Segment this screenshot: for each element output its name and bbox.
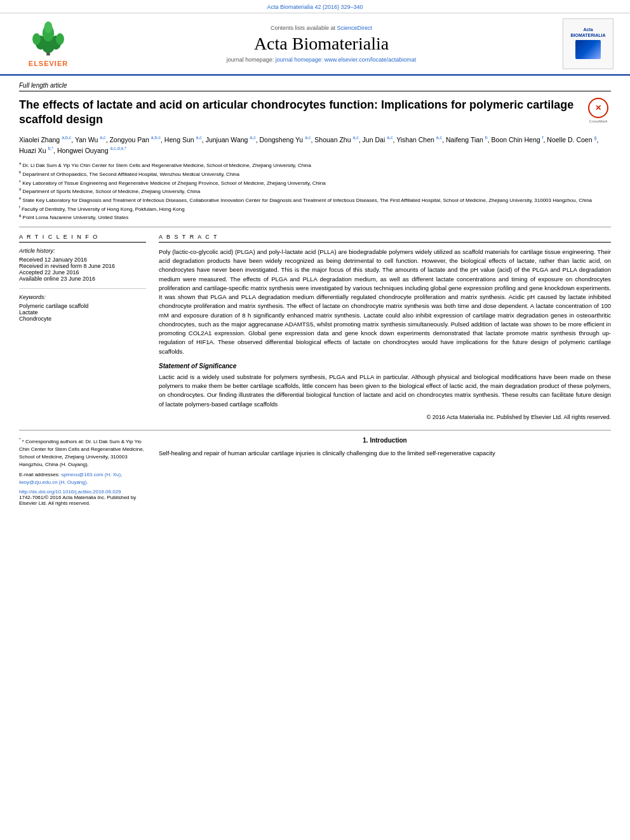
journal-logo-right: Acta BIOMATERIALIA: [556, 18, 620, 69]
article-type: Full length article: [19, 82, 611, 91]
keywords-title: Keywords:: [19, 294, 146, 300]
corresponding-note: * * Corresponding authors at: Dr. Li Dak…: [19, 437, 146, 469]
two-column-section: A R T I C L E I N F O Article history: R…: [19, 234, 611, 420]
keyword-2: Lactate: [19, 309, 146, 316]
crossmark-icon: ✕: [588, 98, 608, 118]
significance-text: Lactic acid is a widely used substrate f…: [159, 373, 611, 409]
affiliation-b: b Department of Orthopaedics, The Second…: [19, 170, 611, 178]
affiliation-d: d Department of Sports Medicine, School …: [19, 187, 611, 196]
affiliation-c: c Key Laboratory of Tissue Engineering a…: [19, 178, 611, 187]
citation-text: Acta Biomaterialia 42 (2016) 329–340: [267, 4, 363, 10]
introduction-column: 1. Introduction Self-healing and repair …: [159, 437, 611, 506]
authors-list: Xiaolei Zhang a,b,c, Yan Wu a,c, Zongyou…: [19, 134, 611, 156]
intro-text: Self-healing and repair of human articul…: [159, 449, 611, 458]
affiliation-g: g Point Loma Nazarene University, United…: [19, 213, 611, 222]
copyright-footer: 1742-7061/© 2016 Acta Materialia Inc. Pu…: [19, 495, 146, 506]
history-accepted: Accepted 22 June 2016: [19, 269, 146, 276]
journal-title: Acta Biomaterialia: [86, 34, 556, 54]
affiliation-f: f Faculty of Dentistry, The University o…: [19, 204, 611, 213]
affiliation-a: a Dr. Li Dak Sum & Yip Yio Chin Center f…: [19, 161, 611, 170]
article-info-header: A R T I C L E I N F O: [19, 234, 146, 243]
significance-title: Statement of Significance: [159, 363, 611, 370]
svg-point-5: [56, 33, 64, 44]
article-title: The effects of lactate and acid on artic…: [19, 98, 579, 128]
acta-biomaterialia-logo: Acta BIOMATERIALIA: [563, 18, 613, 69]
intro-body: Self-healing and repair of human articul…: [159, 450, 495, 457]
affiliation-e: e State Key Laboratory for Diagnosis and…: [19, 196, 611, 204]
affiliations: a Dr. Li Dak Sum & Yip Yio Chin Center f…: [19, 161, 611, 227]
article-title-section: The effects of lactate and acid on artic…: [19, 98, 611, 128]
history-title: Article history:: [19, 248, 146, 254]
history-revised: Received in revised form 8 June 2016: [19, 263, 146, 269]
article-history-block: Article history: Received 12 January 201…: [19, 248, 146, 282]
crossmark-section: ✕ CrossMark: [586, 98, 611, 123]
elsevier-brand: ELSEVIER: [29, 60, 68, 67]
journal-homepage: journal homepage: journal homepage: www.…: [86, 57, 556, 63]
footnotes-column: * * Corresponding authors at: Dr. Li Dak…: [19, 437, 146, 506]
journal-info-center: Contents lists available at ScienceDirec…: [86, 25, 556, 63]
journal-citation: Acta Biomaterialia 42 (2016) 329–340: [0, 0, 630, 13]
keyword-3: Chondrocyte: [19, 316, 146, 322]
email-label: E-mail addresses:: [19, 472, 60, 477]
svg-point-4: [32, 33, 41, 44]
keywords-block: Keywords: Polymeric cartilage scaffold L…: [19, 294, 146, 322]
history-online: Available online 23 June 2016: [19, 276, 146, 282]
intro-header: 1. Introduction: [159, 437, 611, 444]
abstract-copyright: © 2016 Acta Materialia Inc. Published by…: [159, 414, 611, 420]
keyword-1: Polymeric cartilage scaffold: [19, 303, 146, 309]
article-info-column: A R T I C L E I N F O Article history: R…: [19, 234, 146, 420]
sciencedirect-link[interactable]: ScienceDirect: [337, 25, 373, 31]
elsevier-logo: ELSEVIER: [26, 20, 70, 67]
doi-line[interactable]: http://dx.doi.org/10.1016/j.actbio.2016.…: [19, 489, 146, 495]
article-body: Full length article The effects of lacta…: [0, 76, 630, 512]
crossmark-label: CrossMark: [589, 119, 607, 123]
journal-header: ELSEVIER Contents lists available at Sci…: [0, 13, 630, 76]
abstract-column: A B S T R A C T Poly (lactic-co-glycolic…: [159, 234, 611, 420]
homepage-link[interactable]: journal homepage: www.elsevier.com/locat…: [276, 57, 417, 63]
crossmark-symbol: ✕: [595, 103, 601, 113]
bottom-section: * * Corresponding authors at: Dr. Li Dak…: [19, 430, 611, 506]
abstract-header: A B S T R A C T: [159, 234, 611, 243]
history-received: Received 12 January 2016: [19, 257, 146, 263]
email-line: E-mail addresses: spinexu@163.com (H. Xu…: [19, 471, 146, 486]
sciencedirect-line: Contents lists available at ScienceDirec…: [86, 25, 556, 31]
elsevier-logo-section: ELSEVIER: [10, 20, 86, 67]
svg-point-7: [44, 22, 53, 33]
abstract-text: Poly (lactic-co-glycolic acid) (PLGA) an…: [159, 248, 611, 356]
elsevier-tree-icon: [26, 20, 70, 58]
corresponding-text: * Corresponding authors at: Dr. Li Dak S…: [19, 439, 144, 467]
divider: [19, 288, 146, 289]
